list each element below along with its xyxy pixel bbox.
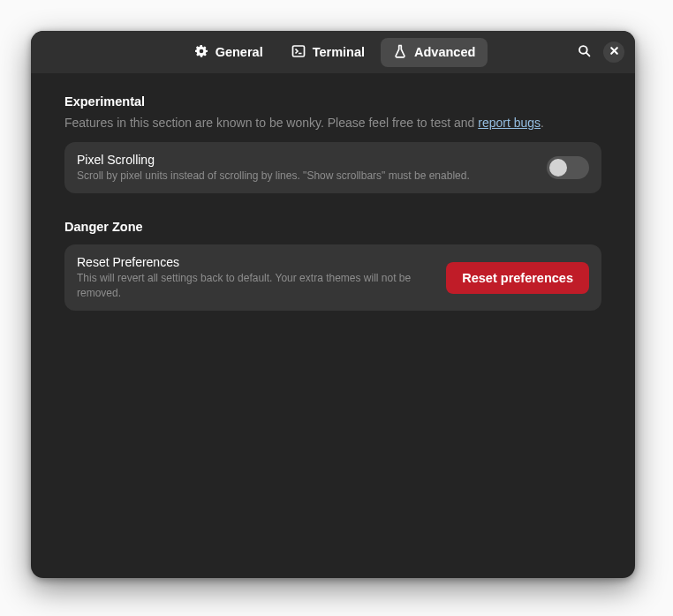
- row-pixel-scrolling[interactable]: Pixel Scrolling Scroll by pixel units in…: [64, 142, 601, 193]
- close-button[interactable]: [603, 41, 624, 63]
- tab-terminal[interactable]: Terminal: [279, 38, 377, 67]
- row-subtitle: Scroll by pixel units instead of scrolli…: [77, 169, 534, 183]
- terminal-icon: [291, 44, 306, 61]
- report-bugs-link[interactable]: report bugs: [478, 116, 541, 130]
- row-title: Pixel Scrolling: [77, 153, 534, 167]
- section-title: Danger Zone: [64, 220, 601, 234]
- switch-knob: [549, 159, 567, 177]
- tab-label: Advanced: [414, 45, 475, 59]
- header-bar: General Terminal Advanced: [31, 31, 635, 73]
- search-icon: [578, 44, 591, 60]
- tab-advanced[interactable]: Advanced: [381, 38, 488, 67]
- row-reset-preferences: Reset Preferences This will revert all s…: [64, 244, 601, 310]
- tab-label: Terminal: [313, 45, 365, 59]
- flask-icon: [393, 44, 407, 61]
- gear-icon: [194, 44, 208, 61]
- close-icon: [608, 44, 621, 60]
- tab-label: General: [216, 45, 263, 59]
- tab-general[interactable]: General: [182, 38, 276, 67]
- section-danger-zone: Danger Zone Reset Preferences This will …: [64, 220, 601, 310]
- search-button[interactable]: [573, 41, 594, 63]
- view-switcher: General Terminal Advanced: [96, 38, 573, 67]
- row-title: Reset Preferences: [77, 255, 434, 269]
- row-subtitle: This will revert all settings back to de…: [77, 271, 434, 299]
- section-experimental: Experimental Features in this section ar…: [64, 94, 601, 193]
- section-description: Features in this section are known to be…: [64, 114, 601, 131]
- content-area: Experimental Features in this section ar…: [31, 73, 635, 578]
- reset-preferences-button[interactable]: Reset preferences: [446, 262, 589, 294]
- section-title: Experimental: [64, 94, 601, 109]
- pixel-scrolling-toggle[interactable]: [547, 156, 589, 179]
- preferences-window: General Terminal Advanced: [31, 31, 635, 578]
